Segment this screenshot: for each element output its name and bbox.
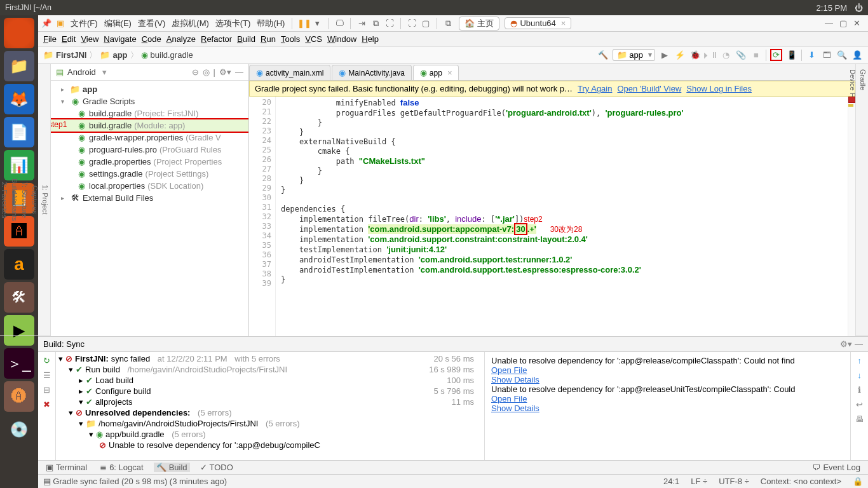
restart-icon[interactable]: ↻ xyxy=(43,356,50,365)
status-lock-icon[interactable]: 🔒 xyxy=(853,477,863,486)
vm-menu-file[interactable]: 文件(F) xyxy=(69,18,100,29)
down-icon[interactable]: ↓ xyxy=(857,370,862,380)
tab-eventlog[interactable]: 🗩Event Log xyxy=(810,463,863,472)
status-pos[interactable]: 24:1 xyxy=(663,477,679,486)
close-icon[interactable]: × xyxy=(561,18,566,28)
wrap-icon[interactable]: ↩ xyxy=(856,400,863,409)
run-config-dropdown[interactable]: 📁 app xyxy=(613,49,655,61)
avd-icon[interactable]: 📱 xyxy=(786,50,797,61)
side-favorites[interactable]: 2: Favorites xyxy=(0,64,10,336)
menu-navigate[interactable]: Navigate xyxy=(104,34,136,44)
side-structure[interactable]: 7: Structure xyxy=(20,64,30,336)
tree-item[interactable]: ◉build.gradle (Project: FirstJNI) xyxy=(51,107,248,119)
try-again-link[interactable]: Try Again xyxy=(578,84,612,93)
run-icon[interactable]: ▶ xyxy=(659,50,670,61)
attach-icon[interactable]: 📎 xyxy=(735,50,747,61)
side-project[interactable]: 1: Project xyxy=(40,64,50,336)
sync-gradle-button[interactable]: ⟳ xyxy=(770,49,782,61)
side-gradle[interactable]: Gradle xyxy=(858,64,868,336)
vm-screen-icon[interactable]: ⛶ xyxy=(384,18,395,28)
clock[interactable]: 2:15 PM xyxy=(817,3,847,13)
terminal-icon[interactable]: ＞_ xyxy=(4,348,34,379)
apply-changes-icon[interactable]: ⚡ xyxy=(674,50,686,61)
collapse-icon[interactable]: ⊖ xyxy=(192,67,199,77)
vm-power-icon[interactable]: ▣ xyxy=(55,18,66,28)
gauge-icon[interactable]: ◔ xyxy=(720,50,731,61)
profiler-icon[interactable]: ⏵⏸ xyxy=(705,50,716,61)
sdk-icon[interactable]: ⬇ xyxy=(806,50,817,61)
menu-refactor[interactable]: Refactor xyxy=(201,34,232,44)
vm-menu-edit[interactable]: 编辑(E) xyxy=(102,18,133,29)
build-detail[interactable]: Unable to resolve dependency for ':app@r… xyxy=(484,352,850,460)
tree-item[interactable]: ◉local.properties (SDK Location) xyxy=(51,180,248,192)
status-lf[interactable]: LF ÷ xyxy=(691,477,707,486)
print-icon[interactable]: 🖶 xyxy=(855,414,864,424)
tab-terminal[interactable]: ▣Terminal xyxy=(43,463,90,472)
make-icon[interactable]: 🔨 xyxy=(597,50,609,61)
gear-icon[interactable]: ⚙▾ xyxy=(219,67,231,77)
status-icon[interactable]: ▤ xyxy=(43,477,51,486)
menu-file[interactable]: File xyxy=(43,34,57,44)
vm-fullscreen-icon[interactable]: ⛶ xyxy=(406,18,417,28)
indicators-icon[interactable]: ⏻ xyxy=(855,3,863,13)
dash-icon[interactable] xyxy=(4,18,34,48)
code-editor[interactable]: minifyEnabled false proguardFiles getDef… xyxy=(276,97,848,336)
close-window-icon[interactable]: ✕ xyxy=(853,18,860,28)
tree-item[interactable]: ◉build.gradle (Module: app) xyxy=(51,119,248,132)
open-build-link[interactable]: Open 'Build' View xyxy=(617,84,681,93)
updater-icon[interactable]: 🅐 xyxy=(4,381,34,412)
vm-snapshot-icon[interactable]: 🖵 xyxy=(334,18,345,28)
status-enc[interactable]: UTF-8 ÷ xyxy=(719,477,749,486)
editor-tab[interactable]: ◉activity_main.xml xyxy=(249,65,330,80)
target-icon[interactable]: ◎ xyxy=(203,67,210,77)
tab-todo[interactable]: ✓TODO xyxy=(198,463,236,472)
menu-analyze[interactable]: Analyze xyxy=(166,34,196,44)
tree-item[interactable]: ◉proguard-rules.pro (ProGuard Rules xyxy=(51,144,248,156)
project-structure-icon[interactable]: 🗔 xyxy=(821,50,832,61)
editor-tab[interactable]: ◉app× xyxy=(413,65,459,80)
breadcrumb[interactable]: 📁 FirstJNI〉 📁 app〉 ◉ build.gradle xyxy=(43,50,193,61)
error-stripe[interactable] xyxy=(848,97,855,336)
vm-tab-home[interactable]: 🏠主页 xyxy=(459,17,499,30)
tree-item[interactable]: ◉gradle-wrapper.properties (Gradle V xyxy=(51,132,248,144)
line-gutter[interactable]: 2021222324252627282930313233343536373839 xyxy=(249,97,276,336)
tab-logcat[interactable]: ≣6: Logcat xyxy=(97,463,146,472)
disc-icon[interactable]: 💿 xyxy=(4,414,34,445)
vm-menu-vm[interactable]: 虚拟机(M) xyxy=(170,18,211,29)
menu-edit[interactable]: Edit xyxy=(62,34,76,44)
close-icon[interactable]: ✖ xyxy=(43,400,50,409)
project-tree[interactable]: ▸📁app ▾◉Gradle Scripts step1 ◉build.grad… xyxy=(51,81,248,336)
vm-pause-icon[interactable]: ❚❚ xyxy=(297,18,309,28)
menu-tools[interactable]: Tools xyxy=(281,34,300,44)
vm-menu-help[interactable]: 帮助(H) xyxy=(255,18,287,29)
stop-icon[interactable]: ■ xyxy=(750,50,762,61)
menu-window[interactable]: Window xyxy=(327,34,356,44)
filter-icon[interactable]: ☰ xyxy=(43,370,51,380)
menu-code[interactable]: Code xyxy=(142,34,161,44)
vm-dropdown-icon[interactable]: ▾ xyxy=(311,18,323,28)
minimize-icon[interactable]: — xyxy=(825,18,833,28)
vm-unity-icon[interactable]: ⧉ xyxy=(370,18,381,29)
vm-tab-ubuntu[interactable]: ◓Ubuntu64× xyxy=(505,17,571,29)
menu-vcs[interactable]: VCS xyxy=(305,34,322,44)
debug-icon[interactable]: 🐞 xyxy=(689,50,701,61)
tree-item[interactable]: ◉settings.gradle (Project Settings) xyxy=(51,168,248,180)
up-icon[interactable]: ↑ xyxy=(857,356,862,365)
hide-icon[interactable]: — xyxy=(235,67,243,77)
maximize-icon[interactable]: ▢ xyxy=(839,18,847,28)
menu-view[interactable]: View xyxy=(81,34,98,44)
project-view-dropdown[interactable]: Android xyxy=(67,67,96,77)
toggle-icon[interactable]: ⊟ xyxy=(43,385,50,395)
gear-icon[interactable]: ⚙▾ xyxy=(840,339,852,349)
menu-run[interactable]: Run xyxy=(261,34,276,44)
chevron-down-icon[interactable]: ▾ xyxy=(102,67,107,77)
show-log-link[interactable]: Show Log in Files xyxy=(686,84,752,93)
menu-help[interactable]: Help xyxy=(362,34,379,44)
vm-menu-tabs[interactable]: 选项卡(T) xyxy=(214,18,253,29)
vm-send-icon[interactable]: ⇥ xyxy=(356,18,367,28)
vm-menu-view[interactable]: 查看(V) xyxy=(136,18,167,29)
user-icon[interactable]: 👤 xyxy=(851,50,863,61)
menu-build[interactable]: Build xyxy=(237,34,255,44)
tree-item[interactable]: ◉gradle.properties (Project Properties xyxy=(51,156,248,168)
status-ctx[interactable]: Context: <no context> xyxy=(761,477,841,486)
